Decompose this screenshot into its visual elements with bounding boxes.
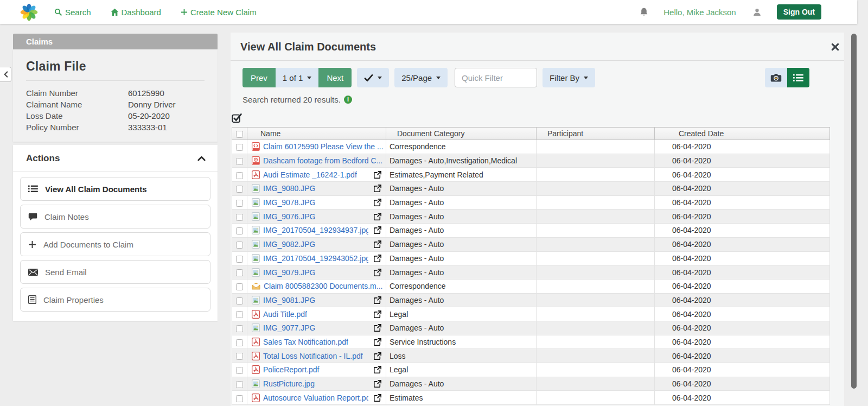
document-link[interactable]: Audi Title.pdf bbox=[263, 310, 307, 319]
document-link[interactable]: Sales Tax Notification.pdf bbox=[263, 338, 348, 346]
document-category-cell: Damages - Auto bbox=[386, 195, 537, 210]
document-link[interactable]: Claim 8005882300 Documents.m... bbox=[264, 282, 382, 290]
document-link[interactable]: RustPicture.jpg bbox=[263, 379, 315, 388]
open-document-icon[interactable] bbox=[372, 380, 381, 388]
open-document-icon[interactable] bbox=[372, 171, 381, 179]
scrollbar-thumb[interactable] bbox=[851, 34, 857, 389]
open-document-icon[interactable] bbox=[372, 199, 381, 206]
thumbnail-view-button[interactable] bbox=[765, 68, 787, 87]
row-checkbox[interactable] bbox=[236, 227, 243, 234]
column-header-name[interactable]: Name bbox=[247, 128, 386, 140]
next-page-button[interactable]: Next bbox=[318, 68, 352, 87]
row-checkbox[interactable] bbox=[236, 325, 243, 332]
column-header-participant[interactable]: Participant bbox=[537, 128, 655, 140]
column-header-document-category[interactable]: Document Category bbox=[386, 128, 537, 140]
document-link[interactable]: IMG_9079.JPG bbox=[263, 268, 316, 277]
open-document-icon[interactable] bbox=[372, 352, 381, 360]
row-checkbox[interactable] bbox=[236, 172, 243, 179]
open-document-icon[interactable] bbox=[372, 366, 381, 373]
open-document-icon[interactable] bbox=[372, 240, 381, 248]
row-checkbox[interactable] bbox=[236, 311, 243, 318]
quick-filter-input[interactable] bbox=[455, 68, 537, 87]
document-link[interactable]: Dashcam footage from Bedford C... bbox=[263, 156, 382, 165]
page-size-dropdown[interactable]: 25/Page bbox=[394, 68, 448, 87]
open-document-icon[interactable] bbox=[372, 394, 381, 402]
nav-search[interactable]: Search bbox=[54, 8, 91, 17]
row-checkbox[interactable] bbox=[236, 144, 243, 151]
actions-title: Actions bbox=[26, 153, 60, 164]
document-category-cell: Loss bbox=[386, 349, 537, 363]
select-all-checkbox[interactable] bbox=[236, 131, 243, 138]
document-link[interactable]: IMG_9080.JPG bbox=[263, 184, 316, 193]
document-link[interactable]: IMG_9081.JPG bbox=[263, 296, 316, 304]
document-link[interactable]: IMG_9076.JPG bbox=[263, 212, 316, 221]
document-category-cell: Damages - Auto bbox=[386, 224, 537, 238]
row-checkbox[interactable] bbox=[236, 395, 243, 402]
document-link[interactable]: Total Loss Notification - IL.pdf bbox=[263, 352, 363, 360]
page-indicator-dropdown[interactable]: 1 of 1 bbox=[276, 68, 319, 87]
row-checkbox[interactable] bbox=[236, 200, 243, 207]
action-claim-properties[interactable]: Claim Properties bbox=[20, 288, 210, 312]
open-document-icon[interactable] bbox=[372, 310, 381, 318]
close-icon[interactable] bbox=[831, 43, 839, 51]
action-send-email[interactable]: Send Email bbox=[20, 260, 210, 284]
nav-create-new-claim[interactable]: Create New Claim bbox=[181, 8, 257, 17]
row-checkbox[interactable] bbox=[236, 269, 243, 276]
row-checkbox[interactable] bbox=[236, 367, 243, 374]
open-document-icon[interactable] bbox=[372, 296, 381, 304]
document-link[interactable]: IMG_20170504_192943052.jpg bbox=[263, 254, 368, 263]
action-view-all-claim-documents[interactable]: View All Claim Documents bbox=[20, 177, 210, 201]
open-document-icon[interactable] bbox=[372, 269, 381, 276]
sign-out-button[interactable]: Sign Out bbox=[777, 4, 821, 20]
user-profile-icon[interactable] bbox=[752, 8, 762, 17]
claims-section-header: Claims bbox=[13, 34, 218, 49]
open-document-icon[interactable] bbox=[372, 226, 381, 234]
document-row: Audi Estimate _16242-1.pdfEstimates,Paym… bbox=[232, 168, 830, 182]
row-checkbox[interactable] bbox=[236, 214, 243, 221]
document-category-cell: Damages - Auto,Investigation,Medical bbox=[386, 154, 537, 168]
document-link[interactable]: Autosource Valuation Report.pdf bbox=[263, 394, 368, 402]
open-document-icon[interactable] bbox=[372, 213, 381, 220]
app-logo[interactable] bbox=[20, 3, 38, 21]
document-category-cell: Damages - Auto bbox=[386, 182, 537, 196]
select-all-toggle[interactable] bbox=[232, 113, 242, 123]
document-link[interactable]: Audi Estimate _16242-1.pdf bbox=[263, 170, 357, 179]
participant-cell bbox=[537, 251, 655, 265]
row-checkbox[interactable] bbox=[236, 256, 243, 263]
document-link[interactable]: PoliceReport.pdf bbox=[263, 365, 320, 374]
document-link[interactable]: IMG_9077.JPG bbox=[263, 323, 316, 332]
open-document-icon[interactable] bbox=[372, 185, 381, 192]
sidebar-collapse-button[interactable] bbox=[0, 67, 11, 82]
open-document-icon[interactable] bbox=[372, 324, 381, 332]
filter-by-dropdown[interactable]: Filter By bbox=[542, 68, 595, 87]
list-view-button[interactable] bbox=[787, 68, 809, 87]
row-checkbox[interactable] bbox=[236, 297, 243, 304]
row-checkbox[interactable] bbox=[236, 186, 243, 193]
select-actions-dropdown[interactable] bbox=[357, 68, 389, 87]
notifications-bell-icon[interactable] bbox=[640, 7, 648, 17]
document-row: Sales Tax Notification.pdfService Instru… bbox=[232, 335, 830, 349]
row-checkbox[interactable] bbox=[236, 353, 243, 360]
open-document-icon[interactable] bbox=[372, 255, 381, 262]
info-icon[interactable]: i bbox=[344, 96, 352, 104]
column-header-created-date[interactable]: Created Date bbox=[655, 128, 830, 140]
created-date-cell: 06-04-2020 bbox=[655, 154, 830, 168]
document-link[interactable]: IMG_9078.JPG bbox=[263, 198, 316, 207]
nav-dashboard[interactable]: Dashboard bbox=[111, 8, 161, 17]
collapse-actions-icon[interactable] bbox=[197, 156, 206, 161]
plus-dark-icon bbox=[28, 240, 36, 249]
document-link[interactable]: IMG_20170504_192934937.jpg bbox=[263, 226, 368, 234]
open-document-icon[interactable] bbox=[372, 338, 381, 346]
row-checkbox[interactable] bbox=[236, 283, 243, 290]
action-claim-notes[interactable]: Claim Notes bbox=[20, 205, 210, 229]
row-checkbox[interactable] bbox=[236, 242, 243, 249]
prev-page-button[interactable]: Prev bbox=[242, 68, 276, 87]
row-checkbox[interactable] bbox=[236, 158, 243, 165]
row-checkbox[interactable] bbox=[236, 339, 243, 346]
participant-cell bbox=[537, 210, 655, 224]
document-link[interactable]: Claim 60125990 Please View the ... bbox=[263, 142, 384, 151]
action-add-documents-to-claim[interactable]: Add Documents to Claim bbox=[20, 232, 210, 256]
document-link[interactable]: IMG_9082.JPG bbox=[263, 240, 316, 249]
row-checkbox[interactable] bbox=[236, 381, 243, 388]
field-label: Claim Number bbox=[26, 87, 128, 99]
